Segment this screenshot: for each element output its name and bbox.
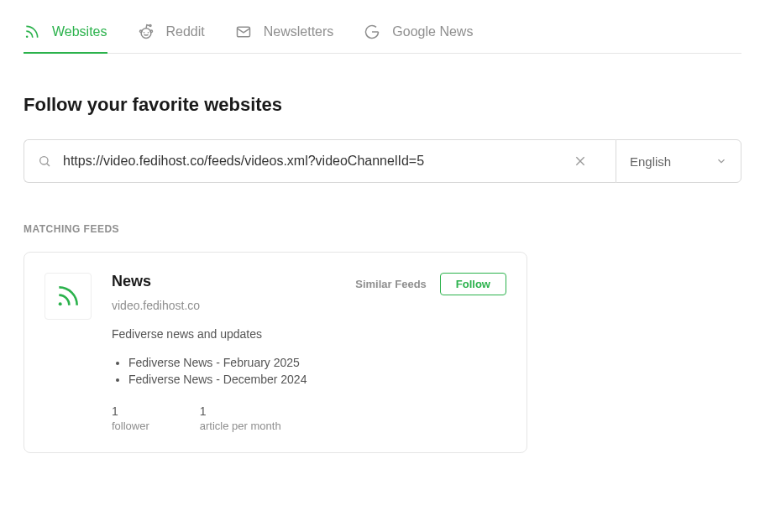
svg-point-12 [59, 302, 62, 305]
section-label: MATCHING FEEDS [24, 223, 741, 235]
stat-frequency: 1 article per month [200, 404, 281, 432]
feed-domain: video.fedihost.co [112, 299, 506, 312]
language-value: English [630, 154, 671, 169]
search-row: English [24, 139, 741, 183]
stat-value: 1 [200, 404, 281, 418]
feed-title: News [112, 273, 151, 290]
list-item: Fediverse News - December 2024 [128, 373, 506, 386]
svg-point-1 [141, 29, 151, 39]
reddit-icon [138, 23, 155, 40]
search-input[interactable] [63, 154, 570, 169]
stat-value: 1 [112, 404, 149, 418]
feed-description: Fediverse news and updates [112, 327, 506, 341]
svg-point-4 [149, 25, 151, 27]
svg-line-9 [47, 164, 50, 166]
search-box [24, 139, 616, 183]
stat-followers: 1 follower [112, 404, 149, 432]
feed-icon [45, 273, 92, 320]
follow-button[interactable]: Follow [440, 273, 506, 295]
tab-newsletters[interactable]: Newsletters [235, 23, 334, 54]
tab-websites[interactable]: Websites [24, 23, 107, 54]
stat-label: article per month [200, 420, 281, 432]
tab-reddit[interactable]: Reddit [138, 23, 205, 54]
list-item: Fediverse News - February 2025 [128, 356, 506, 369]
rss-icon [55, 283, 81, 310]
tab-label: Reddit [166, 24, 205, 39]
chevron-down-icon [715, 155, 727, 167]
feed-articles-list: Fediverse News - February 2025 Fediverse… [112, 356, 506, 386]
svg-point-5 [139, 30, 142, 33]
svg-point-6 [150, 30, 153, 33]
feed-content: News Similar Feeds Follow video.fedihost… [112, 273, 506, 432]
tab-label: Websites [52, 24, 107, 39]
mail-icon [235, 23, 252, 40]
feed-card: News Similar Feeds Follow video.fedihost… [24, 252, 527, 453]
feed-stats: 1 follower 1 article per month [112, 404, 506, 432]
svg-point-2 [143, 32, 144, 34]
clear-search-button[interactable] [570, 151, 602, 171]
svg-point-8 [40, 157, 48, 164]
source-tabs: Websites Reddit [24, 23, 741, 54]
language-select[interactable]: English [616, 139, 741, 183]
similar-feeds-link[interactable]: Similar Feeds [355, 278, 427, 290]
svg-point-0 [26, 36, 29, 39]
page-title: Follow your favorite websites [24, 94, 741, 116]
tab-label: Newsletters [264, 24, 334, 39]
close-icon [574, 154, 587, 168]
search-icon [38, 154, 51, 168]
stat-label: follower [112, 420, 149, 432]
rss-icon [24, 23, 40, 40]
svg-point-3 [147, 32, 149, 34]
tab-google-news[interactable]: Google News [364, 23, 473, 54]
tab-label: Google News [392, 24, 473, 39]
google-icon [364, 23, 380, 40]
